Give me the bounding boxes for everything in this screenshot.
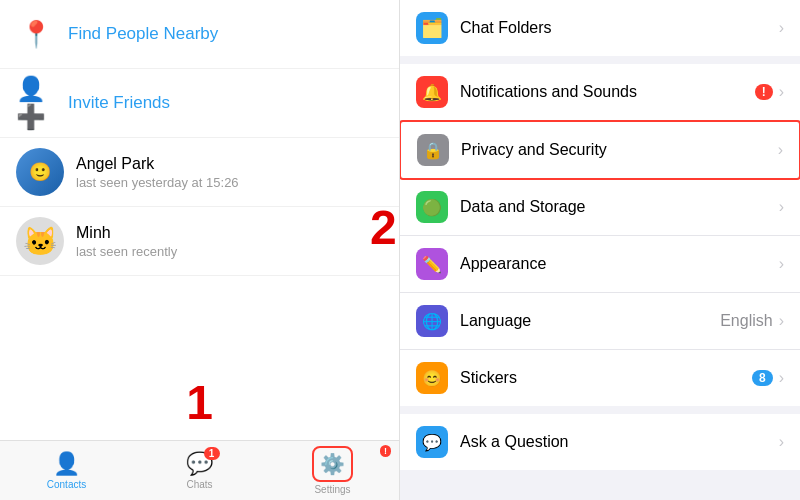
settings-alert-badge: !	[380, 445, 391, 457]
annotation-1: 1	[186, 375, 213, 430]
chevron-privacy: ›	[778, 141, 783, 159]
contact-status-minh: last seen recently	[76, 244, 177, 259]
appearance-icon: ✏️	[416, 248, 448, 280]
chat-folders-icon: 🗂️	[416, 12, 448, 44]
settings-row-appearance[interactable]: ✏️ Appearance ›	[400, 236, 800, 293]
ask-icon: 💬	[416, 426, 448, 458]
stickers-label: Stickers	[460, 369, 752, 387]
settings-tab-wrap: ⚙️ !	[312, 446, 353, 482]
chevron-appearance: ›	[779, 255, 784, 273]
chevron-notifications: ›	[779, 83, 784, 101]
notifications-alert: !	[755, 84, 773, 100]
right-panel: 🗂️ Chat Folders › 🔔 Notifications and So…	[400, 0, 800, 500]
contact-status-angel: last seen yesterday at 15:26	[76, 175, 239, 190]
language-value: English	[720, 312, 772, 330]
data-label: Data and Storage	[460, 198, 779, 216]
tab-settings-label: Settings	[314, 484, 350, 495]
contact-angel-park[interactable]: 🙂 Angel Park last seen yesterday at 15:2…	[0, 138, 399, 207]
privacy-icon: 🔒	[417, 134, 449, 166]
notifications-label: Notifications and Sounds	[460, 83, 755, 101]
left-panel: 📍 Find People Nearby 👤➕ Invite Friends 🙂…	[0, 0, 400, 500]
settings-row-language[interactable]: 🌐 Language English ›	[400, 293, 800, 350]
contacts-icon: 👤	[53, 451, 80, 477]
appearance-label: Appearance	[460, 255, 779, 273]
invite-friends-item[interactable]: 👤➕ Invite Friends	[0, 69, 399, 138]
privacy-label: Privacy and Security	[461, 141, 778, 159]
invite-friends-label: Invite Friends	[68, 93, 170, 113]
language-icon: 🌐	[416, 305, 448, 337]
chevron-chat-folders: ›	[779, 19, 784, 37]
find-people-nearby-item[interactable]: 📍 Find People Nearby	[0, 0, 399, 69]
chevron-stickers: ›	[779, 369, 784, 387]
settings-group-3: 💬 Ask a Question ›	[400, 414, 800, 470]
group-separator-2	[400, 406, 800, 414]
invite-icon: 👤➕	[16, 83, 56, 123]
stickers-icon: 😊	[416, 362, 448, 394]
group-separator-1	[400, 56, 800, 64]
location-icon: 📍	[16, 14, 56, 54]
notifications-icon: 🔔	[416, 76, 448, 108]
left-content: 📍 Find People Nearby 👤➕ Invite Friends 🙂…	[0, 0, 399, 440]
contact-info-angel: Angel Park last seen yesterday at 15:26	[76, 155, 239, 190]
tab-bar: 👤 Contacts 💬 1 Chats ⚙️ ! Settings	[0, 440, 399, 500]
contact-name-angel: Angel Park	[76, 155, 239, 173]
avatar-minh: 🐱	[16, 217, 64, 265]
contact-name-minh: Minh	[76, 224, 177, 242]
ask-label: Ask a Question	[460, 433, 779, 451]
find-people-label: Find People Nearby	[68, 24, 218, 44]
settings-row-ask[interactable]: 💬 Ask a Question ›	[400, 414, 800, 470]
settings-row-notifications[interactable]: 🔔 Notifications and Sounds ! ›	[400, 64, 800, 121]
settings-group-1: 🗂️ Chat Folders ›	[400, 0, 800, 56]
data-icon: 🟢	[416, 191, 448, 223]
tab-settings[interactable]: ⚙️ ! Settings	[266, 441, 399, 500]
chevron-language: ›	[779, 312, 784, 330]
tab-contacts[interactable]: 👤 Contacts	[0, 441, 133, 500]
settings-row-chat-folders[interactable]: 🗂️ Chat Folders ›	[400, 0, 800, 56]
language-label: Language	[460, 312, 720, 330]
stickers-badge: 8	[752, 370, 773, 386]
chevron-data: ›	[779, 198, 784, 216]
tab-contacts-label: Contacts	[47, 479, 86, 490]
settings-group-2: 🔔 Notifications and Sounds ! › 🔒 Privacy…	[400, 64, 800, 406]
settings-row-stickers[interactable]: 😊 Stickers 8 ›	[400, 350, 800, 406]
contact-minh[interactable]: 🐱 Minh last seen recently	[0, 207, 399, 276]
chat-folders-label: Chat Folders	[460, 19, 779, 37]
contact-info-minh: Minh last seen recently	[76, 224, 177, 259]
settings-row-privacy[interactable]: 🔒 Privacy and Security ›	[400, 120, 800, 180]
settings-row-data[interactable]: 🟢 Data and Storage ›	[400, 179, 800, 236]
tab-chats[interactable]: 💬 1 Chats	[133, 441, 266, 500]
tab-chats-label: Chats	[186, 479, 212, 490]
settings-icon: ⚙️	[320, 452, 345, 476]
chevron-ask: ›	[779, 433, 784, 451]
avatar-angel: 🙂	[16, 148, 64, 196]
chats-badge: 1	[204, 447, 220, 460]
